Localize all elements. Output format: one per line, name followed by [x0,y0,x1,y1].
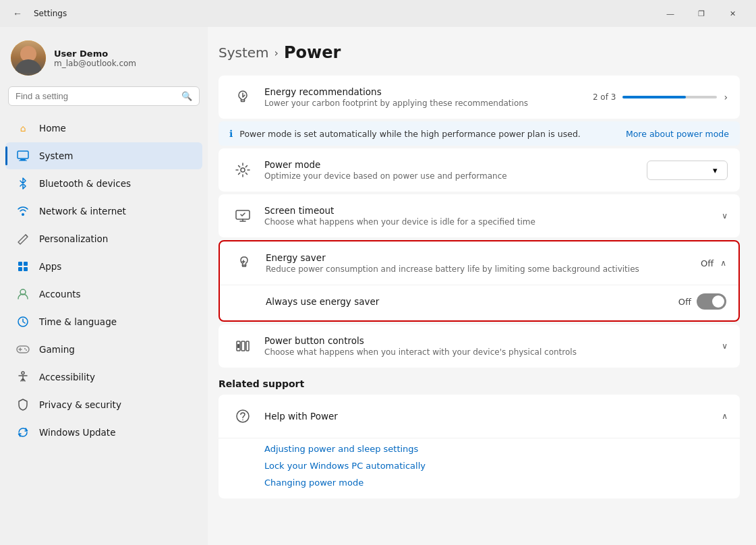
search-icon: 🔍 [181,91,192,101]
sidebar-item-gaming[interactable]: Gaming [5,336,202,363]
accessibility-icon [16,370,30,384]
help-chevron-icon: ∧ [722,411,728,421]
sidebar-item-personalization[interactable]: Personalization [5,225,202,252]
user-info: User Demo m_lab@outlook.com [54,49,136,68]
power-mode-subtitle: Optimize your device based on power use … [264,171,647,181]
help-link-1[interactable]: Lock your Windows PC automatically [264,461,728,471]
breadcrumb-parent: System [219,45,269,61]
personalization-icon [16,232,30,246]
energy-saver-content: Energy saver Reduce power consumption an… [266,252,701,274]
svg-rect-5 [18,267,22,271]
svg-point-12 [22,372,24,374]
sidebar-item-label-home: Home [39,123,66,134]
svg-point-20 [242,420,243,421]
power-mode-dropdown[interactable]: ▾ [647,161,728,180]
system-icon [16,149,30,163]
help-link-0[interactable]: Adjusting power and sleep settings [264,444,728,454]
user-section: User Demo m_lab@outlook.com [0,35,208,86]
search-input[interactable] [16,91,176,101]
sidebar-item-label-time: Time & language [39,316,117,327]
sidebar-item-label-privacy: Privacy & security [39,399,121,410]
sidebar-item-accessibility[interactable]: Accessibility [5,364,202,391]
sidebar-item-label-update: Windows Update [39,427,115,438]
titlebar-title: Settings [34,9,67,18]
svg-point-11 [26,349,27,351]
chevron-right-icon: › [724,92,728,103]
energy-saver-title: Energy saver [266,252,701,263]
power-button-row[interactable]: Power button controls Choose what happen… [219,324,740,368]
svg-rect-0 [18,151,28,159]
help-links: Adjusting power and sleep settings Lock … [219,438,740,498]
sidebar-item-network[interactable]: Network & internet [5,198,202,225]
sidebar-item-time[interactable]: Time & language [5,308,202,335]
maximize-button[interactable]: ❐ [686,3,717,24]
search-box[interactable]: 🔍 [8,86,200,106]
power-button-card: Power button controls Choose what happen… [219,324,740,368]
sidebar-item-label-gaming: Gaming [39,344,75,355]
svg-rect-17 [246,341,249,351]
screen-timeout-row[interactable]: Screen timeout Choose what happens when … [219,194,740,237]
help-icon [231,404,255,428]
energy-saver-chevron-icon: ∧ [720,258,726,268]
power-mode-title: Power mode [264,159,647,170]
apps-icon [16,260,30,273]
always-energy-row: Always use energy saver Off [266,293,726,310]
sidebar-item-label-accessibility: Accessibility [39,372,95,382]
minimize-button[interactable]: — [655,3,686,24]
gaming-icon [16,343,30,356]
close-button[interactable]: ✕ [717,3,748,24]
time-icon [16,315,30,328]
screen-timeout-right: ∨ [722,211,728,221]
help-header[interactable]: Help with Power ∧ [219,395,740,438]
sidebar-item-home[interactable]: ⌂ Home [5,115,202,142]
more-about-power-mode-link[interactable]: More about power mode [626,129,729,139]
help-right: ∧ [722,411,728,421]
info-text: Power mode is set automatically while th… [239,129,619,139]
energy-saver-subtitle: Reduce power consumption and increase ba… [266,264,701,274]
help-title-content: Help with Power [264,411,722,422]
sidebar-item-system[interactable]: System [5,142,202,169]
power-button-icon [231,334,255,358]
energy-saver-state-label: Off [701,258,714,268]
screen-timeout-subtitle: Choose what happens when your device is … [264,217,722,227]
screen-timeout-icon [231,204,255,228]
energy-rec-content: Energy recommendations Lower your carbon… [264,86,593,108]
svg-point-13 [241,168,245,172]
related-support-title: Related support [219,378,740,389]
dropdown-chevron-icon: ▾ [713,165,718,175]
help-title: Help with Power [264,411,722,422]
energy-recommendations-row[interactable]: Energy recommendations Lower your carbon… [219,76,740,119]
privacy-icon [16,398,30,411]
energy-saver-right: Off ∧ [701,258,726,268]
network-icon [16,204,30,218]
power-button-chevron-icon: ∨ [722,341,728,351]
user-name: User Demo [54,49,136,59]
sidebar-item-label-personalization: Personalization [39,233,108,244]
progress-fill [622,96,686,98]
window-controls: — ❐ ✕ [655,3,748,24]
sidebar-item-apps[interactable]: Apps [5,253,202,280]
sidebar-item-label-network: Network & internet [39,206,126,217]
svg-rect-16 [241,341,245,351]
back-button[interactable]: ← [8,4,27,23]
power-mode-row[interactable]: Power mode Optimize your device based on… [219,148,740,192]
power-button-subtitle: Choose what happens when you interact wi… [264,347,722,357]
help-section: Help with Power ∧ Adjusting power and sl… [219,395,740,498]
svg-rect-18 [237,344,239,348]
sidebar-item-label-system: System [39,150,73,161]
sidebar-item-bluetooth[interactable]: Bluetooth & devices [5,170,202,197]
info-banner: ℹ Power mode is set automatically while … [219,121,740,146]
info-icon: ℹ [229,128,233,139]
sidebar-item-label-apps: Apps [39,261,61,272]
sidebar-item-privacy[interactable]: Privacy & security [5,391,202,418]
svg-point-10 [24,348,26,349]
energy-rec-subtitle: Lower your carbon footprint by applying … [264,98,593,108]
energy-saver-toggle[interactable] [697,293,726,310]
svg-rect-6 [24,267,28,271]
sidebar-item-accounts[interactable]: Accounts [5,281,202,308]
help-link-2[interactable]: Changing power mode [264,478,728,488]
sidebar-item-update[interactable]: Windows Update [5,419,202,446]
titlebar-left: ← Settings [8,4,67,23]
titlebar: ← Settings — ❐ ✕ [0,0,756,27]
energy-saver-main-row[interactable]: Energy saver Reduce power consumption an… [220,241,738,285]
